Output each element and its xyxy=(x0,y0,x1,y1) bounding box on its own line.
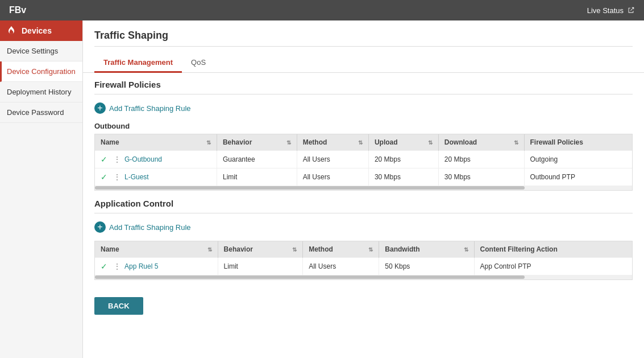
outbound-label: Outbound xyxy=(94,122,633,130)
th-name[interactable]: Name⇅ xyxy=(95,134,217,151)
app-layout: Devices Device Settings Device Configura… xyxy=(0,20,644,358)
behavior-cell: Limit xyxy=(217,168,297,186)
firewall-policies-divider xyxy=(94,94,633,94)
sidebar: Devices Device Settings Device Configura… xyxy=(0,20,83,358)
sidebar-item-device-configuration[interactable]: Device Configuration xyxy=(0,61,82,82)
check-icon: ✓ xyxy=(101,155,107,164)
table-row: ✓ ⋮ G-Outbound Guarantee All Users 20 Mb… xyxy=(95,151,632,168)
firewall-policies-table-wrapper: Name⇅ Behavior⇅ Method⇅ Upload⇅ Download… xyxy=(94,134,633,191)
back-button[interactable]: BACK xyxy=(94,297,143,315)
scrollbar-thumb xyxy=(95,186,525,190)
row-name-link[interactable]: G-Outbound xyxy=(124,155,162,163)
download-cell: 20 Mbps xyxy=(438,151,524,168)
name-cell: ✓ ⋮ L-Guest xyxy=(95,168,217,186)
app-bandwidth-cell: 50 Kbps xyxy=(379,258,474,275)
method-cell: All Users xyxy=(297,168,368,186)
title-divider xyxy=(94,46,633,47)
add-app-rule-button[interactable]: + Add Traffic Shaping Rule xyxy=(94,219,633,235)
download-cell: 30 Mbps xyxy=(438,168,524,186)
name-cell: ✓ ⋮ G-Outbound xyxy=(95,151,217,168)
check-icon: ✓ xyxy=(101,262,107,271)
row-name-link[interactable]: App Ruel 5 xyxy=(124,262,158,270)
topbar: FBv Live Status xyxy=(0,0,644,20)
plus-circle-icon-app: + xyxy=(94,221,106,233)
plus-circle-icon: + xyxy=(94,102,106,114)
th-behavior[interactable]: Behavior⇅ xyxy=(217,134,297,151)
th-upload[interactable]: Upload⇅ xyxy=(368,134,438,151)
application-control-section: Application Control + Add Traffic Shapin… xyxy=(83,199,644,288)
sidebar-item-device-settings[interactable]: Device Settings xyxy=(0,41,82,61)
tab-qos[interactable]: QoS xyxy=(182,54,215,73)
firewall-table-scrollbar[interactable] xyxy=(95,186,632,190)
application-control-title: Application Control xyxy=(94,199,633,208)
app-table-scrollbar[interactable] xyxy=(95,275,632,279)
live-status-label: Live Status xyxy=(587,6,624,15)
app-behavior-cell: Limit xyxy=(218,258,303,275)
sidebar-item-device-password[interactable]: Device Password xyxy=(0,102,82,123)
app-sort-icon-method: ⇅ xyxy=(368,246,373,253)
add-firewall-rule-button[interactable]: + Add Traffic Shaping Rule xyxy=(94,100,633,116)
tab-traffic-management[interactable]: Traffic Management xyxy=(94,54,182,73)
app-sort-icon-behavior: ⇅ xyxy=(292,246,297,253)
app-control-divider xyxy=(94,213,633,213)
app-th-behavior[interactable]: Behavior⇅ xyxy=(218,241,303,258)
upload-cell: 30 Mbps xyxy=(368,168,438,186)
sort-icon-method: ⇅ xyxy=(358,139,363,146)
page-title: Traffic Shaping xyxy=(83,20,644,46)
method-cell: All Users xyxy=(297,151,368,168)
th-method[interactable]: Method⇅ xyxy=(297,134,368,151)
app-control-table-wrapper: Name⇅ Behavior⇅ Method⇅ Bandwidth⇅ Conte… xyxy=(94,241,633,280)
firewall-table-header-row: Name⇅ Behavior⇅ Method⇅ Upload⇅ Download… xyxy=(95,134,632,151)
main-content: Traffic Shaping Traffic Management QoS F… xyxy=(83,20,644,358)
sidebar-header[interactable]: Devices xyxy=(0,20,82,41)
app-th-method[interactable]: Method⇅ xyxy=(303,241,379,258)
table-row: ✓ ⋮ App Ruel 5 Limit All Users 50 Kbps A… xyxy=(95,258,632,275)
firewall-policy-cell: Outbound PTP xyxy=(524,168,632,186)
app-method-cell: All Users xyxy=(303,258,379,275)
th-firewall-policy[interactable]: Firewall Policies xyxy=(524,134,632,151)
row-menu-button[interactable]: ⋮ xyxy=(111,172,123,182)
row-menu-button[interactable]: ⋮ xyxy=(111,262,123,271)
firewall-policies-table: Name⇅ Behavior⇅ Method⇅ Upload⇅ Download… xyxy=(95,134,632,186)
th-download[interactable]: Download⇅ xyxy=(438,134,524,151)
sort-icon-behavior: ⇅ xyxy=(286,139,291,146)
tab-bar: Traffic Management QoS xyxy=(83,54,644,73)
sort-icon-name: ⇅ xyxy=(206,139,211,146)
sidebar-item-deployment-history[interactable]: Deployment History xyxy=(0,82,82,102)
app-table-header-row: Name⇅ Behavior⇅ Method⇅ Bandwidth⇅ Conte… xyxy=(95,241,632,258)
app-sort-icon-name: ⇅ xyxy=(207,246,212,253)
app-content-filtering-cell: App Control PTP xyxy=(474,258,632,275)
app-sort-icon-bandwidth: ⇅ xyxy=(464,246,468,253)
back-section: BACK xyxy=(83,288,644,324)
check-icon: ✓ xyxy=(101,172,107,182)
upload-cell: 20 Mbps xyxy=(368,151,438,168)
sort-icon-upload: ⇅ xyxy=(428,139,433,146)
app-th-bandwidth[interactable]: Bandwidth⇅ xyxy=(379,241,474,258)
flame-icon xyxy=(6,25,17,36)
app-name-cell: ✓ ⋮ App Ruel 5 xyxy=(95,258,218,275)
app-scrollbar-thumb xyxy=(95,275,525,279)
external-link-icon xyxy=(627,6,635,14)
table-row: ✓ ⋮ L-Guest Limit All Users 30 Mbps 30 M… xyxy=(95,168,632,186)
live-status-button[interactable]: Live Status xyxy=(587,6,635,15)
firewall-policies-section: Firewall Policies + Add Traffic Shaping … xyxy=(83,80,644,199)
behavior-cell: Guarantee xyxy=(217,151,297,168)
firewall-policy-cell: Outgoing xyxy=(524,151,632,168)
sort-icon-download: ⇅ xyxy=(514,139,518,146)
app-th-content-filtering[interactable]: Content Filtering Action xyxy=(474,241,632,258)
row-name-link[interactable]: L-Guest xyxy=(124,173,149,181)
app-control-table: Name⇅ Behavior⇅ Method⇅ Bandwidth⇅ Conte… xyxy=(95,241,632,275)
row-menu-button[interactable]: ⋮ xyxy=(111,155,123,164)
sidebar-header-label: Devices xyxy=(22,26,52,35)
firewall-policies-title: Firewall Policies xyxy=(94,80,633,89)
app-th-name[interactable]: Name⇅ xyxy=(95,241,218,258)
topbar-title: FBv xyxy=(9,5,26,15)
